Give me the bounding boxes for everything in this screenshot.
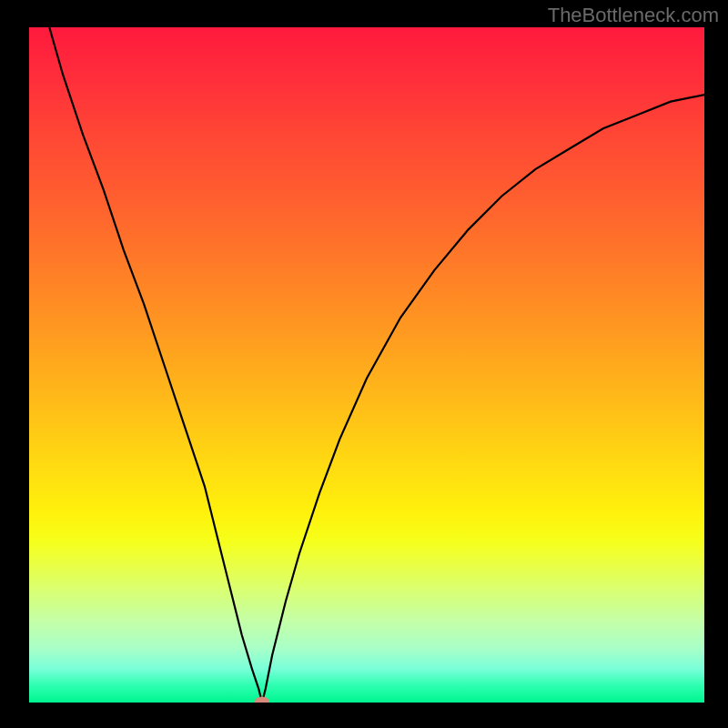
chart-plot-area [29, 27, 704, 703]
minimum-marker [255, 696, 269, 703]
watermark-text: TheBottleneck.com [548, 4, 719, 27]
chart-curve [29, 27, 704, 703]
